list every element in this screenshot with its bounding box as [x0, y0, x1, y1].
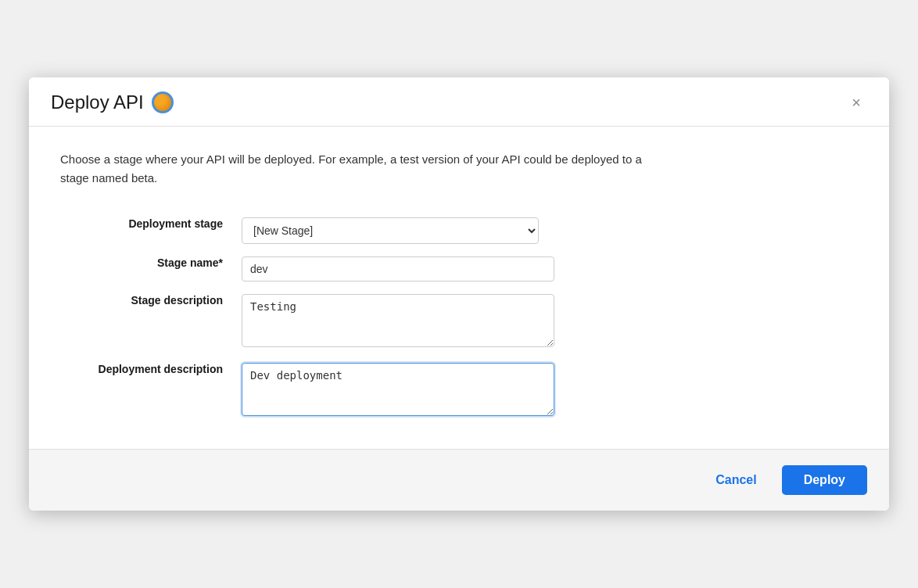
stage-description-label: Stage description	[60, 288, 232, 357]
modal-title: Deploy API	[51, 91, 144, 113]
deployment-description-cell: Dev deployment	[232, 357, 858, 425]
stage-name-input[interactable]	[242, 256, 554, 281]
deploy-button[interactable]: Deploy	[782, 465, 867, 495]
deployment-description-textarea[interactable]: Dev deployment	[242, 363, 554, 416]
deployment-stage-row: Deployment stage [New Stage] dev prod st…	[60, 211, 858, 250]
modal-footer: Cancel Deploy	[29, 449, 889, 511]
deployment-description-row: Deployment description Dev deployment	[60, 357, 858, 425]
stage-description-row: Stage description Testing	[60, 288, 858, 357]
stage-description-cell: Testing	[232, 288, 858, 357]
api-icon	[152, 91, 174, 113]
deploy-api-modal: Deploy API × Choose a stage where your A…	[29, 77, 889, 511]
deployment-stage-cell: [New Stage] dev prod staging	[232, 211, 858, 250]
deployment-description-label: Deployment description	[60, 357, 232, 425]
title-area: Deploy API	[51, 91, 174, 113]
close-button[interactable]: ×	[845, 91, 867, 113]
modal-body: Choose a stage where your API will be de…	[29, 127, 889, 449]
modal-header: Deploy API ×	[29, 77, 889, 127]
description-text: Choose a stage where your API will be de…	[60, 150, 647, 188]
form-table: Deployment stage [New Stage] dev prod st…	[60, 211, 858, 425]
stage-name-row: Stage name*	[60, 250, 858, 288]
deployment-stage-label: Deployment stage	[60, 211, 232, 250]
cancel-button[interactable]: Cancel	[703, 467, 769, 493]
stage-name-cell	[232, 250, 858, 288]
deployment-stage-select[interactable]: [New Stage] dev prod staging	[242, 217, 539, 244]
stage-description-textarea[interactable]: Testing	[242, 294, 554, 347]
stage-name-label: Stage name*	[60, 250, 232, 288]
